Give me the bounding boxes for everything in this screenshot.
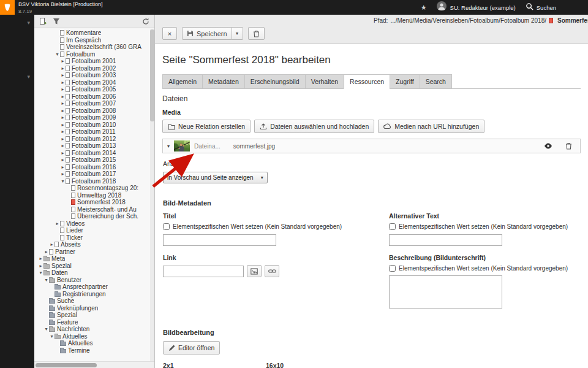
tree-toggle-icon[interactable]: ▸ bbox=[60, 164, 66, 171]
tree-toggle-icon[interactable]: ▸ bbox=[60, 156, 66, 164]
tree-vertical-scrollbar-thumb[interactable] bbox=[150, 29, 154, 121]
tree-item-umwelttag-2018[interactable]: Umwelttag 2018 bbox=[34, 192, 149, 199]
tree-horizontal-scrollbar-thumb[interactable] bbox=[36, 363, 97, 367]
tree-item-vereinszeitschrift-360-gra[interactable]: Vereinszeitschrift (360 GRA bbox=[34, 44, 149, 51]
tree-toggle-icon[interactable]: ▸ bbox=[38, 255, 43, 263]
new-page-icon[interactable] bbox=[39, 18, 47, 25]
delete-button[interactable] bbox=[248, 27, 265, 40]
user-menu[interactable]: SU: Redakteur (example) bbox=[437, 1, 516, 13]
tree-item-fotoalbum-2009[interactable]: ▸Fotoalbum 2009 bbox=[34, 114, 149, 121]
tree-item-meta[interactable]: ▸Meta bbox=[34, 255, 149, 263]
tab-metadaten[interactable]: Metadaten bbox=[202, 74, 245, 89]
bookmark-star-icon[interactable]: ★ bbox=[421, 4, 427, 12]
tree-vertical-scrollbar[interactable] bbox=[150, 29, 154, 361]
tree-toggle-icon[interactable]: ▸ bbox=[60, 150, 66, 157]
tab-erscheinungsbild[interactable]: Erscheinungsbild bbox=[244, 74, 306, 89]
open-editor-button[interactable]: Editor öffnen bbox=[163, 341, 220, 355]
tree-toggle-icon[interactable]: ▸ bbox=[60, 86, 66, 93]
filter-icon[interactable] bbox=[53, 18, 60, 25]
tree-toggle-icon[interactable]: ▸ bbox=[60, 100, 66, 107]
tree-toggle-icon[interactable]: ▸ bbox=[60, 121, 66, 129]
visibility-toggle-button[interactable] bbox=[541, 140, 556, 152]
tree-horizontal-scrollbar[interactable] bbox=[34, 361, 154, 368]
tree-item-fotoalbum-2006[interactable]: ▸Fotoalbum 2006 bbox=[34, 93, 149, 101]
tree-toggle-icon[interactable]: ▾ bbox=[43, 326, 49, 333]
tree-toggle-icon[interactable]: ▸ bbox=[60, 93, 66, 101]
tree-item-ansprechpartner[interactable]: Ansprechpartner bbox=[34, 283, 149, 291]
tree-item-sommerfest-2018[interactable]: Sommerfest 2018 bbox=[34, 199, 149, 206]
tree-toggle-icon[interactable]: ▸ bbox=[60, 142, 66, 150]
typo3-logo[interactable] bbox=[0, 0, 15, 15]
tree-item-fotoalbum-2018[interactable]: ▾Fotoalbum 2018 bbox=[34, 178, 149, 185]
file-record-header[interactable]: ▾ Dateina... sommerfest.jpg bbox=[162, 139, 581, 153]
tree-item-aktuelles[interactable]: ▾Aktuelles bbox=[34, 333, 149, 340]
tree-toggle-icon[interactable]: ▾ bbox=[60, 178, 66, 185]
tab-ressourcen[interactable]: Ressourcen bbox=[344, 74, 390, 89]
tree-toggle-icon[interactable]: ▸ bbox=[38, 263, 43, 270]
tree-item-fotoalbum-2007[interactable]: ▸Fotoalbum 2007 bbox=[34, 100, 149, 107]
anzeige-select[interactable]: in Vorschau und Seite anzeigen ▾ bbox=[163, 172, 268, 183]
tree-item-registrierungen[interactable]: Registrierungen bbox=[34, 291, 149, 298]
link-input[interactable] bbox=[163, 266, 244, 277]
tree-toggle-icon[interactable]: ▸ bbox=[60, 72, 66, 79]
delete-file-button[interactable] bbox=[561, 140, 576, 152]
tree-item-partner[interactable]: ▸Partner bbox=[34, 248, 149, 256]
refresh-icon[interactable] bbox=[142, 18, 149, 25]
tree-item-fotoalbum-2003[interactable]: ▸Fotoalbum 2003 bbox=[34, 72, 149, 79]
tree-item-fotoalbum-2011[interactable]: ▸Fotoalbum 2011 bbox=[34, 128, 149, 136]
tree-item-spezial[interactable]: Spezial bbox=[34, 312, 149, 319]
tree-item-suche[interactable]: Suche bbox=[34, 297, 149, 305]
neue-relation-erstellen-button[interactable]: Neue Relation erstellen bbox=[162, 120, 251, 133]
tab-zugriff[interactable]: Zugriff bbox=[390, 74, 420, 89]
link-button[interactable] bbox=[265, 265, 279, 277]
tab-search[interactable]: Search bbox=[420, 74, 452, 89]
tree-item-berreichung-der-sch[interactable]: Überreichung der Sch. bbox=[34, 213, 149, 220]
alt-override-checkbox[interactable] bbox=[389, 223, 396, 230]
tree-item-fotoalbum-2013[interactable]: ▸Fotoalbum 2013 bbox=[34, 142, 149, 150]
close-button[interactable]: × bbox=[162, 27, 177, 40]
tab-allgemein[interactable]: Allgemein bbox=[162, 74, 203, 89]
tree-item-feature[interactable]: Feature bbox=[34, 319, 149, 326]
tree-item-kommentare[interactable]: Kommentare bbox=[34, 29, 149, 37]
tree-item-fotoalbum-2017[interactable]: ▸Fotoalbum 2017 bbox=[34, 171, 149, 178]
titel-override-checkbox[interactable] bbox=[163, 223, 170, 230]
tree-item-fotoalbum-2001[interactable]: ▸Fotoalbum 2001 bbox=[34, 58, 149, 65]
tree-item-fotoalbum-2002[interactable]: ▸Fotoalbum 2002 bbox=[34, 65, 149, 72]
tree-item-fotoalbum-2014[interactable]: ▸Fotoalbum 2014 bbox=[34, 150, 149, 157]
dateien-ausw-hlen-und-hochladen-button[interactable]: Dateien auswählen und hochladen bbox=[254, 120, 374, 133]
tree-item-fotoalbum-2012[interactable]: ▸Fotoalbum 2012 bbox=[34, 136, 149, 143]
tree-item-fotoalbum-2010[interactable]: ▸Fotoalbum 2010 bbox=[34, 121, 149, 129]
medien-nach-url-hinzuf-gen-button[interactable]: Medien nach URL hinzufügen bbox=[378, 120, 484, 133]
tree-toggle-icon[interactable]: ▸ bbox=[55, 220, 60, 228]
tree-item-rosenmontagszug-20[interactable]: Rosenmontagszug 20: bbox=[34, 185, 149, 192]
tree-toggle-icon[interactable]: ▸ bbox=[43, 248, 49, 256]
save-button[interactable]: Speichern bbox=[182, 27, 232, 40]
tree-item-fotoalbum-2004[interactable]: ▸Fotoalbum 2004 bbox=[34, 79, 149, 86]
tree-toggle-icon[interactable]: ▸ bbox=[60, 58, 66, 65]
tree-item-fotoalbum[interactable]: ▾Fotoalbum bbox=[34, 51, 149, 58]
tree-toggle-icon[interactable]: ▸ bbox=[60, 128, 66, 136]
tree-toggle-icon[interactable]: ▾ bbox=[55, 51, 60, 58]
tree-toggle-icon[interactable]: ▸ bbox=[49, 241, 55, 248]
tree-item-fotoalbum-2005[interactable]: ▸Fotoalbum 2005 bbox=[34, 86, 149, 93]
tree-toggle-icon[interactable]: ▸ bbox=[60, 107, 66, 115]
tree-item-daten[interactable]: ▾Daten bbox=[34, 269, 149, 277]
tree-toggle-icon[interactable]: ▾ bbox=[49, 333, 55, 340]
tree-toggle-icon[interactable]: ▸ bbox=[60, 65, 66, 72]
tree-item-verkn-pfungen[interactable]: Verknüpfungen bbox=[34, 305, 149, 312]
module-sidebar[interactable]: ▾ ▾ bbox=[0, 15, 34, 368]
tree-toggle-icon[interactable]: ▸ bbox=[60, 136, 66, 143]
alt-text-input[interactable] bbox=[389, 234, 502, 246]
tree-item-nachrichten[interactable]: ▾Nachrichten bbox=[34, 326, 149, 333]
tree-item-lieder[interactable]: Lieder bbox=[34, 227, 149, 234]
tree-item-fotoalbum-2016[interactable]: ▸Fotoalbum 2016 bbox=[34, 164, 149, 171]
tree-toggle-icon[interactable]: ▾ bbox=[38, 269, 43, 277]
tree-item-ticker[interactable]: Ticker bbox=[34, 234, 149, 242]
tree-item-meisterschaft-und-au[interactable]: Meisterschaft- und Au bbox=[34, 206, 149, 213]
module-group-chevron-icon[interactable]: ▾ bbox=[27, 74, 30, 80]
search-button[interactable]: Suchen bbox=[526, 2, 556, 13]
link-browser-button[interactable] bbox=[247, 265, 262, 277]
tree-item-benutzer[interactable]: ▾Benutzer bbox=[34, 277, 149, 284]
tree-toggle-icon[interactable]: ▾ bbox=[43, 277, 49, 284]
save-dropdown-button[interactable]: ▾ bbox=[232, 27, 243, 40]
